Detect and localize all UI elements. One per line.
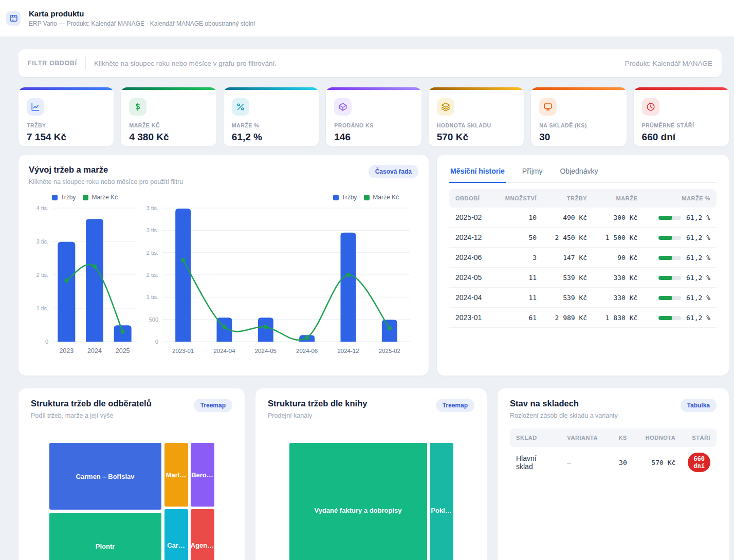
tab-monthly-history[interactable]: Měsíční historie — [449, 164, 506, 183]
kpi-accent-bar — [429, 87, 524, 90]
history-period: 2023-01 — [449, 308, 493, 328]
main-content: FILTR OBDOBÍ Klikněte na sloupec roku ne… — [0, 37, 729, 560]
svg-text:0: 0 — [155, 339, 158, 345]
clock-icon — [642, 98, 659, 116]
history-panel: Měsíční historie Příjmy Objednávky OBDOB… — [437, 155, 729, 376]
kpi-value: 30 — [539, 132, 618, 143]
col-trzby: TRŽBY — [543, 189, 593, 208]
time-series-badge: Časová řada — [369, 165, 418, 178]
kpi-accent-bar — [121, 87, 216, 90]
margin-progress — [658, 256, 681, 260]
treemap-tile[interactable]: Plontr — [49, 513, 161, 560]
line-chart-icon — [27, 98, 44, 116]
customers-treemap-subtitle: Podíl tržeb, marže a její výše — [31, 412, 152, 419]
kpi-accent-bar — [531, 87, 626, 90]
treemap-tile[interactable]: Agen… — [191, 509, 214, 560]
kpi-value: 570 Kč — [437, 132, 516, 143]
filter-divider — [85, 57, 86, 70]
margin-progress — [658, 276, 681, 280]
history-table-body: 2025-0210490 Kč300 Kč61,2 %2024-12502 45… — [449, 208, 717, 328]
svg-text:2023-01: 2023-01 — [172, 348, 194, 354]
filter-product: Produkt: Kalendář MANAGE — [625, 60, 712, 67]
stock-panel: Stav na skladech Rozložení zásob dle skl… — [498, 388, 729, 560]
monthly-bar-line-chart[interactable]: 3 tis.3 tis.2 tis.2 tis.1 tis.50002023-0… — [141, 203, 417, 359]
col-marze-pct: MARŽE % — [644, 189, 717, 208]
svg-text:3 tis.: 3 tis. — [36, 238, 48, 245]
trend-panel: Vývoj tržeb a marže Klikněte na sloupec … — [19, 155, 429, 376]
svg-text:2024-04: 2024-04 — [213, 348, 235, 354]
treemap-tile[interactable]: Vydané faktury a dobropisy — [289, 443, 427, 560]
kpi-label: MARŽE KČ — [129, 122, 208, 128]
svg-text:2 tis.: 2 tis. — [146, 250, 158, 256]
svg-text:4 tis.: 4 tis. — [36, 205, 48, 211]
svg-text:2024-12: 2024-12 — [337, 348, 359, 354]
package-icon — [334, 98, 352, 116]
kpi-label: NA SKLADĚ (KS) — [539, 122, 618, 128]
kpi-card: MARŽE KČ4 380 Kč — [121, 87, 216, 146]
app-header: Karta produktu ERP Vario — Produkt: Kale… — [0, 0, 734, 37]
page-subtitle: ERP Vario — Produkt: Kalendář MANAGE · K… — [29, 20, 255, 27]
history-row: 2024-12502 450 Kč1 500 Kč61,2 % — [449, 228, 717, 248]
col-ks: KS — [609, 428, 633, 447]
kpi-value: 660 dní — [642, 132, 721, 143]
filter-label: FILTR OBDOBÍ — [28, 60, 77, 67]
legend-trzby-swatch — [52, 195, 58, 200]
yearly-chart-block: Tržby Marže Kč 4 tis.3 tis.2 tis.1 tis.0… — [29, 193, 141, 359]
product-card-icon — [6, 11, 21, 26]
history-period: 2025-02 — [449, 208, 493, 228]
col-sklad: SKLAD — [510, 428, 561, 447]
treemap-tile[interactable]: Pokl… — [430, 443, 453, 560]
col-hodnota: HODNOTA — [633, 428, 682, 447]
legend-marze-label: Marže Kč — [91, 194, 118, 201]
kpi-accent-bar — [19, 87, 114, 90]
legend-marze-label: Marže Kč — [373, 194, 399, 201]
svg-text:2024-06: 2024-06 — [296, 348, 318, 354]
kpi-card: PRŮMĚRNÉ STÁŘÍ660 dní — [634, 87, 729, 146]
stock-row: Hlavní sklad–30570 Kč660 dní — [510, 447, 717, 478]
col-varianta: VARIANTA — [561, 428, 608, 447]
margin-progress — [658, 296, 681, 300]
kpi-value: 4 380 Kč — [129, 132, 208, 143]
legend-trzby-label: Tržby — [61, 194, 76, 201]
tab-receipts[interactable]: Příjmy — [521, 164, 544, 182]
history-row: 2025-0210490 Kč300 Kč61,2 % — [449, 208, 717, 228]
page-title: Karta produktu — [29, 9, 255, 18]
treemap-badge: Treemap — [194, 399, 232, 412]
kpi-card: MARŽE %61,2 % — [224, 87, 319, 146]
monitor-icon — [539, 98, 557, 116]
history-period: 2024-06 — [449, 248, 493, 268]
svg-text:1 tis.: 1 tis. — [36, 305, 48, 311]
kpi-value: 61,2 % — [232, 132, 310, 143]
col-mnozstvi: MNOŽSTVÍ — [493, 189, 543, 208]
books-treemap-panel: Struktura tržeb dle knihy Prodejní kanál… — [255, 388, 487, 560]
col-obdobi: OBDOBÍ — [449, 189, 493, 208]
percent-icon — [232, 98, 249, 116]
kpi-card: PRODÁNO KS146 — [326, 87, 421, 146]
treemap-tile[interactable]: Marl… — [164, 443, 188, 507]
col-marze: MARŽE — [593, 189, 644, 208]
svg-text:1 tis.: 1 tis. — [146, 294, 158, 300]
tab-orders[interactable]: Objednávky — [559, 164, 599, 182]
customers-treemap-panel: Struktura tržeb dle odběratelů Podíl trž… — [19, 388, 245, 560]
svg-text:500: 500 — [149, 316, 158, 323]
kpi-label: TRŽBY — [27, 122, 105, 128]
history-period: 2024-04 — [449, 288, 493, 308]
stock-title: Stav na skladech — [510, 399, 618, 408]
treemap-tile[interactable]: Car… — [164, 509, 188, 560]
monthly-chart-block: Tržby Marže Kč 3 tis.3 tis.2 tis.2 tis.1… — [141, 193, 417, 359]
svg-text:2024: 2024 — [87, 347, 102, 354]
treemap-tile[interactable]: Bero… — [191, 443, 214, 507]
kpi-label: PRŮMĚRNÉ STÁŘÍ — [642, 122, 721, 128]
kpi-cards: TRŽBY7 154 KčMARŽE KČ4 380 KčMARŽE %61,2… — [19, 87, 729, 146]
kpi-value: 146 — [334, 132, 413, 143]
stock-table: SKLAD VARIANTA KS HODNOTA STÁŘÍ Hlavní s… — [510, 428, 717, 478]
svg-text:3 tis.: 3 tis. — [146, 227, 158, 233]
treemap-tile[interactable]: Carmen – Bořislav — [49, 443, 161, 510]
yearly-bar-line-chart[interactable]: 4 tis.3 tis.2 tis.1 tis.0202320242025 — [29, 203, 141, 359]
margin-progress — [658, 316, 681, 320]
history-row: 2024-0411539 Kč330 Kč61,2 % — [449, 288, 717, 308]
history-period: 2024-05 — [449, 268, 493, 288]
treemap-badge: Treemap — [436, 399, 474, 412]
kpi-accent-bar — [326, 87, 421, 90]
legend-marze-swatch — [364, 195, 370, 200]
